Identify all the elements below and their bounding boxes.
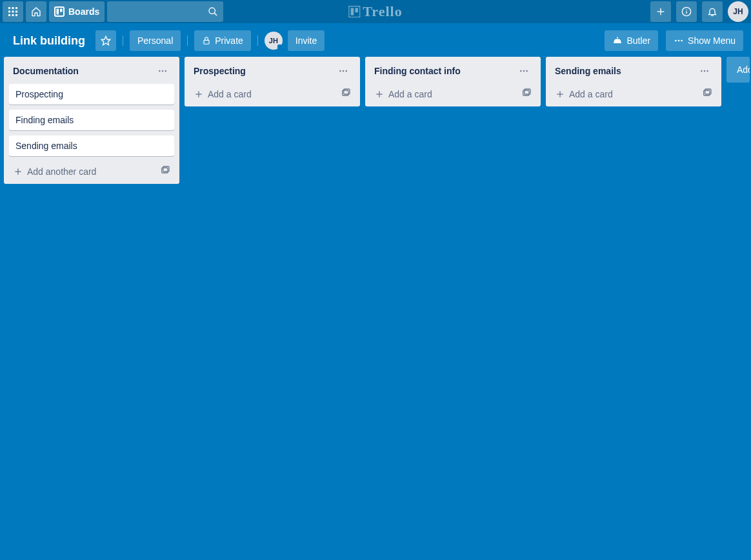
add-card-button[interactable]: Add a card [190,84,355,101]
card-template-button[interactable] [160,165,170,177]
info-button[interactable] [676,1,697,22]
add-list-button[interactable]: Add another list [726,57,750,83]
notifications-button[interactable] [702,1,723,22]
list-header: Sending emails [551,62,716,84]
visibility-button[interactable]: Private [194,30,251,51]
card[interactable]: Prospecting [9,84,174,105]
list-menu-button[interactable] [335,63,351,79]
team-button[interactable]: Personal [130,30,181,51]
search-icon [208,6,218,17]
add-card-label: Add a card [388,89,432,99]
list-menu-button[interactable] [155,63,170,79]
svg-point-27 [681,40,683,42]
svg-point-36 [343,70,344,72]
svg-rect-23 [204,40,209,44]
list: Finding contact infoAdd a card [365,57,541,106]
svg-rect-1 [12,7,14,9]
board-icon [54,6,65,17]
svg-point-37 [345,70,346,72]
svg-rect-7 [12,14,14,16]
home-button[interactable] [26,1,46,22]
divider [187,35,188,46]
template-icon [521,88,532,98]
card-template-button[interactable] [521,88,532,100]
template-icon [160,165,170,175]
svg-point-25 [675,40,677,42]
card-template-button[interactable] [702,88,712,100]
show-menu-button[interactable]: Show Menu [666,30,743,51]
svg-point-29 [162,70,163,72]
butler-button[interactable]: Butler [605,30,658,51]
invite-button[interactable]: Invite [288,30,325,51]
add-card-button[interactable]: Add a card [370,84,536,101]
template-icon [702,88,712,98]
ellipsis-icon [519,66,529,76]
butler-label: Butler [626,35,650,46]
svg-rect-10 [57,9,59,15]
star-button[interactable] [95,30,116,51]
add-card-label: Add a card [208,89,252,99]
add-card-button[interactable]: Add another card [9,161,174,179]
create-button[interactable] [650,1,671,22]
list-title[interactable]: Documentation [13,66,79,76]
app-logo[interactable]: Trello [348,3,402,20]
card[interactable]: Finding emails [9,110,174,130]
svg-rect-14 [348,6,360,17]
user-avatar[interactable]: JH [728,1,748,22]
add-list-label: Add another list [737,65,750,75]
visibility-label: Private [215,35,243,46]
svg-point-49 [701,70,702,72]
add-card-label: Add another card [27,166,96,177]
svg-rect-3 [8,11,10,13]
svg-point-24 [617,37,618,38]
ellipsis-icon [674,35,684,46]
apps-grid-icon [8,6,18,17]
list-menu-button[interactable] [697,63,712,79]
list-title[interactable]: Sending emails [555,66,621,76]
list-menu-button[interactable] [516,63,532,79]
svg-point-21 [686,9,686,10]
svg-point-28 [159,70,160,72]
list: DocumentationProspectingFinding emailsSe… [4,57,179,184]
lock-icon [202,36,211,45]
svg-rect-8 [15,14,17,16]
list-header: Finding contact info [370,62,536,84]
add-card-button[interactable]: Add a card [551,84,716,101]
board-member[interactable]: JH [265,32,283,50]
ellipsis-icon [699,66,710,76]
svg-point-43 [523,70,525,72]
template-icon [341,88,351,98]
plus-icon [555,89,565,99]
svg-point-26 [678,40,680,42]
board-canvas: DocumentationProspectingFinding emailsSe… [0,54,751,560]
apps-button[interactable] [3,1,23,22]
search-input[interactable] [107,1,223,22]
card-template-button[interactable] [341,88,351,100]
divider [123,35,123,46]
list-title[interactable]: Finding contact info [374,66,461,76]
plus-icon [374,89,385,99]
svg-rect-4 [12,11,14,13]
boards-button[interactable]: Boards [49,1,105,22]
boards-label: Boards [68,6,99,17]
svg-marker-22 [101,36,110,45]
member-initials: JH [269,37,278,45]
svg-rect-15 [351,8,354,15]
list-header: Prospecting [190,62,355,84]
card[interactable]: Sending emails [9,135,174,156]
team-label: Personal [137,35,173,46]
list-header: Documentation [9,62,174,84]
svg-line-13 [214,13,217,15]
list-title[interactable]: Prospecting [194,66,246,76]
board-bar: Link building Personal Private JH Invite… [0,27,751,54]
svg-point-42 [520,70,521,72]
app-header: Boards Trello JH [0,0,751,23]
plus-icon [194,89,204,99]
svg-rect-5 [15,11,17,13]
svg-rect-2 [15,7,17,9]
board-title[interactable]: Link building [5,30,93,51]
svg-rect-6 [8,14,10,16]
list: ProspectingAdd a card [185,57,360,106]
plus-icon [13,166,23,177]
plus-icon [656,6,666,17]
